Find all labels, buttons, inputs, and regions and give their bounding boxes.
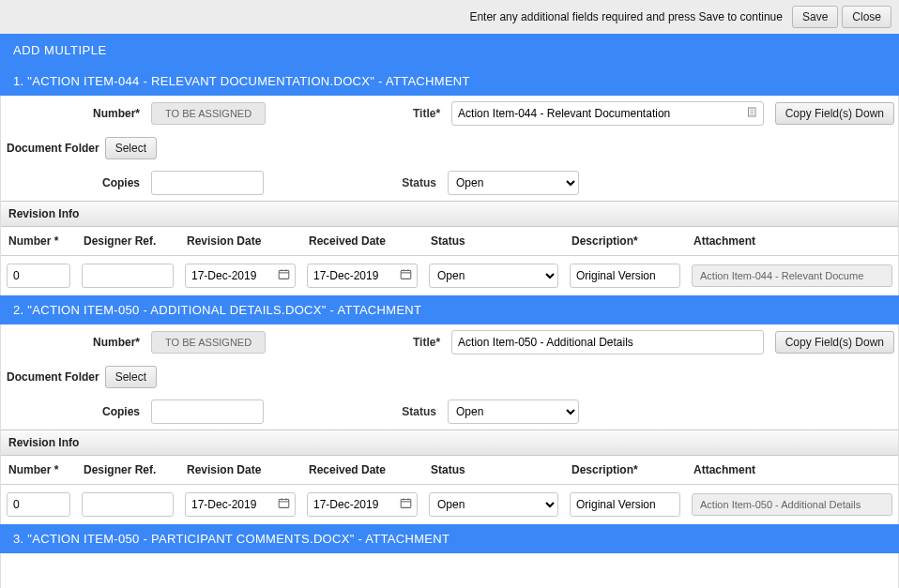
- rev-revision-date-input[interactable]: [185, 264, 296, 288]
- status-label: Status: [386, 405, 442, 418]
- table-row: Open Action Item-050 - Additional Detail…: [1, 485, 898, 525]
- title-label: Title*: [389, 336, 446, 349]
- doc-folder-label: Document Folder: [5, 370, 99, 384]
- topbar-hint: Enter any additional fields required and…: [469, 10, 783, 23]
- close-button[interactable]: Close: [842, 6, 891, 28]
- copies-input[interactable]: [151, 171, 264, 195]
- rev-number-input[interactable]: [7, 264, 70, 288]
- col-number: Number *: [1, 227, 76, 256]
- col-status: Status: [423, 456, 564, 485]
- copies-input[interactable]: [151, 400, 264, 424]
- revision-info-header: Revision Info: [1, 201, 898, 227]
- number-label: Number*: [5, 336, 145, 349]
- app-scroll-container[interactable]: Enter any additional fields required and…: [0, 0, 899, 588]
- col-designer-ref: Designer Ref.: [76, 227, 179, 256]
- item-header: 2. "ACTION ITEM-050 - ADDITIONAL DETAILS…: [0, 295, 899, 324]
- rev-description-input[interactable]: [570, 264, 680, 288]
- title-input[interactable]: [451, 101, 764, 126]
- table-row: Open Action Item-044 - Relevant Docume: [1, 256, 898, 296]
- main-header: ADD MULTIPLE: [0, 34, 899, 67]
- number-value-readonly: TO BE ASSIGNED: [151, 331, 266, 354]
- title-input[interactable]: [451, 330, 764, 354]
- status-label: Status: [386, 176, 442, 189]
- copy-fields-down-button[interactable]: Copy Field(s) Down: [775, 102, 894, 125]
- rev-status-select[interactable]: Open: [429, 264, 558, 288]
- status-select[interactable]: Open: [448, 400, 579, 424]
- rev-attachment-readonly: Action Item-044 - Relevant Docume: [692, 264, 892, 287]
- doc-folder-label: Document Folder: [5, 142, 99, 155]
- title-label: Title*: [389, 107, 446, 120]
- col-description: Description*: [564, 456, 686, 485]
- rev-description-input[interactable]: [570, 492, 680, 517]
- revision-info-header: Revision Info: [1, 430, 898, 456]
- item-form: Number* TO BE ASSIGNED Title* Copy Field…: [0, 324, 899, 524]
- item-header: 3. "ACTION ITEM-050 - PARTICIPANT COMMEN…: [0, 524, 899, 553]
- number-label: Number*: [5, 107, 145, 120]
- rev-attachment-readonly: Action Item-050 - Additional Details: [692, 493, 892, 516]
- revision-table: Number * Designer Ref. Revision Date Rec…: [1, 227, 898, 295]
- item-form: [0, 553, 899, 588]
- select-folder-button[interactable]: Select: [105, 366, 157, 388]
- rev-designer-ref-input[interactable]: [82, 264, 174, 288]
- copies-label: Copies: [5, 176, 145, 189]
- col-description: Description*: [564, 227, 686, 256]
- rev-received-date-input[interactable]: [307, 264, 418, 288]
- item-form: Number* TO BE ASSIGNED Title* Copy Field…: [0, 96, 899, 295]
- copies-label: Copies: [5, 405, 145, 418]
- col-received-date: Received Date: [301, 227, 423, 256]
- col-number: Number *: [1, 456, 76, 485]
- rev-number-input[interactable]: [7, 492, 70, 517]
- save-button[interactable]: Save: [792, 6, 838, 28]
- col-designer-ref: Designer Ref.: [76, 456, 179, 485]
- rev-status-select[interactable]: Open: [429, 492, 558, 517]
- status-select[interactable]: Open: [448, 171, 579, 195]
- select-folder-button[interactable]: Select: [105, 137, 157, 159]
- revision-table: Number * Designer Ref. Revision Date Rec…: [1, 456, 898, 524]
- col-attachment: Attachment: [686, 456, 898, 485]
- copy-fields-down-button[interactable]: Copy Field(s) Down: [775, 331, 894, 354]
- col-revision-date: Revision Date: [179, 456, 301, 485]
- col-status: Status: [423, 227, 564, 256]
- topbar: Enter any additional fields required and…: [0, 0, 899, 34]
- item-header: 1. "ACTION ITEM-044 - RELEVANT DOCUMENTA…: [0, 67, 899, 96]
- col-received-date: Received Date: [301, 456, 423, 485]
- rev-revision-date-input[interactable]: [185, 492, 296, 517]
- col-revision-date: Revision Date: [179, 227, 301, 256]
- number-value-readonly: TO BE ASSIGNED: [151, 102, 266, 125]
- rev-received-date-input[interactable]: [307, 492, 418, 517]
- col-attachment: Attachment: [686, 227, 898, 256]
- rev-designer-ref-input[interactable]: [82, 492, 174, 517]
